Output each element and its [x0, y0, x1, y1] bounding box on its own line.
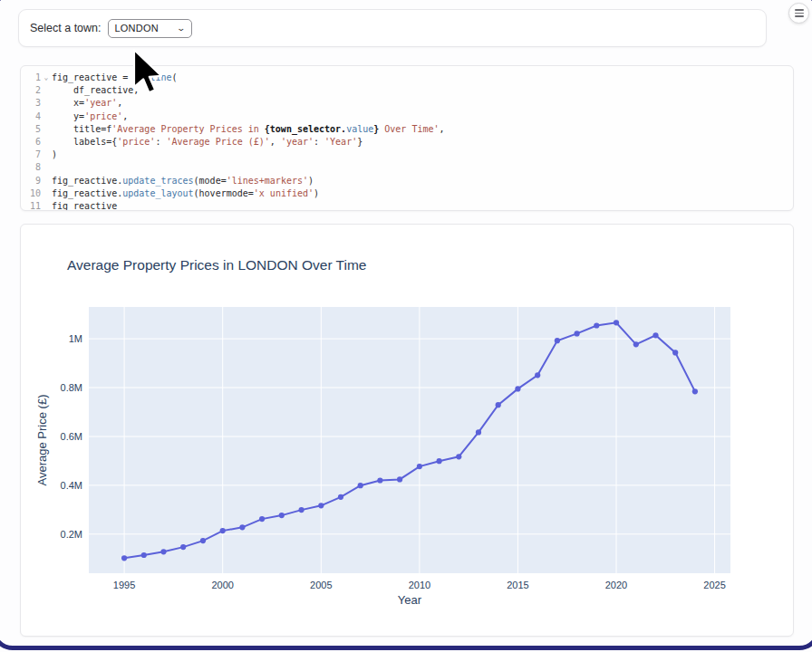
code-text: y='price',: [52, 110, 128, 123]
code-line: 6 labels={'price': 'Average Price (£)', …: [21, 136, 793, 149]
svg-text:1M: 1M: [69, 333, 82, 344]
code-text: fig_reactive: [52, 200, 117, 211]
fold-gutter: [41, 161, 52, 174]
line-number: 1: [21, 72, 41, 84]
menu-button[interactable]: [788, 3, 809, 24]
svg-text:Average Price (£): Average Price (£): [35, 395, 49, 486]
line-number: 5: [21, 123, 41, 136]
svg-text:1995: 1995: [113, 580, 135, 590]
fold-gutter: [41, 84, 52, 97]
town-select-dropdown[interactable]: LONDON ⌄: [108, 19, 192, 38]
code-text: ): [52, 149, 57, 161]
line-number: 7: [21, 149, 41, 161]
town-select-value: LONDON: [115, 23, 159, 34]
fold-gutter: [41, 110, 52, 123]
svg-text:2025: 2025: [703, 580, 725, 590]
code-text: fig_reactive.update_layout(hovermode='x …: [52, 187, 319, 200]
fold-gutter: [41, 136, 52, 149]
svg-text:2020: 2020: [605, 580, 627, 590]
svg-text:2005: 2005: [310, 580, 332, 590]
code-text: labels={'price': 'Average Price (£)', 'y…: [52, 136, 362, 149]
svg-text:0.4M: 0.4M: [61, 480, 82, 491]
code-line: 7): [21, 149, 793, 161]
town-selector-card: Select a town: LONDON ⌄: [18, 9, 767, 47]
chart-cell: Average Property Prices in LONDON Over T…: [20, 224, 794, 637]
line-number: 8: [21, 161, 41, 174]
fold-gutter: [41, 97, 52, 110]
line-number: 3: [21, 97, 41, 110]
property-price-line-chart[interactable]: 19952000200520102015202020250.2M0.4M0.6M…: [21, 225, 795, 638]
svg-text:2000: 2000: [211, 580, 233, 590]
mouse-cursor: [130, 48, 165, 97]
fold-gutter: [41, 175, 52, 187]
code-line: 3 x='year',: [21, 97, 793, 110]
fold-chevron-icon[interactable]: ⌄: [41, 72, 52, 84]
svg-text:2010: 2010: [409, 580, 430, 590]
code-line: 5 title=f'Average Property Prices in {to…: [21, 123, 793, 136]
code-text: x='year',: [52, 97, 122, 110]
code-line: 10fig_reactive.update_layout(hovermode='…: [21, 187, 793, 200]
line-number: 4: [21, 110, 41, 123]
line-number: 11: [21, 200, 41, 211]
chevron-down-icon: ⌄: [176, 24, 186, 33]
line-number: 6: [21, 136, 41, 149]
svg-text:0.2M: 0.2M: [61, 529, 82, 540]
fold-gutter: [41, 187, 52, 200]
fold-gutter: [41, 149, 52, 161]
code-text: fig_reactive.update_traces(mode='lines+m…: [52, 175, 314, 187]
code-line: 8: [21, 161, 793, 174]
svg-text:2015: 2015: [507, 580, 528, 590]
line-number: 2: [21, 84, 41, 97]
svg-text:0.6M: 0.6M: [61, 431, 82, 442]
fold-gutter: [41, 200, 52, 211]
code-line: 11fig_reactive: [21, 200, 793, 211]
code-text: df_reactive,: [52, 84, 139, 97]
line-number: 10: [21, 187, 41, 200]
svg-text:0.8M: 0.8M: [61, 382, 82, 393]
code-line: 9fig_reactive.update_traces(mode='lines+…: [21, 175, 793, 187]
hamburger-menu-icon: [795, 9, 804, 17]
line-number: 9: [21, 175, 41, 187]
code-line: 4 y='price',: [21, 110, 793, 123]
code-text: title=f'Average Property Prices in {town…: [52, 123, 445, 136]
town-selector-label: Select a town:: [30, 22, 102, 34]
svg-text:Year: Year: [398, 593, 422, 607]
fold-gutter: [41, 123, 52, 136]
